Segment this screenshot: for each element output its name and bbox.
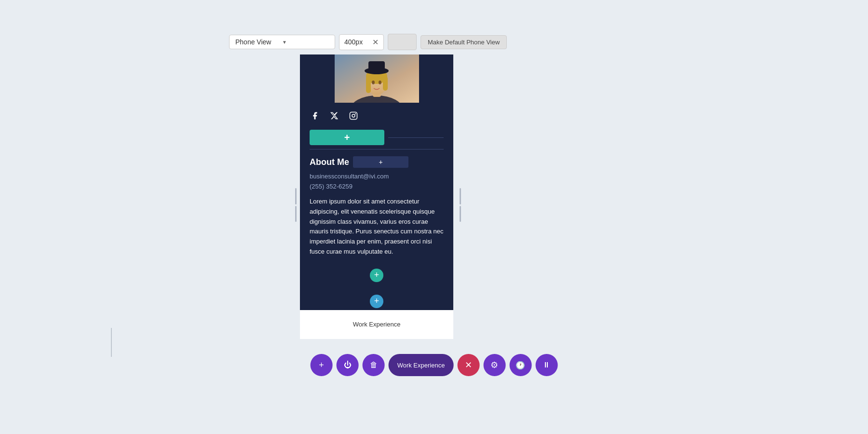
bottom-close-button[interactable]: ✕: [457, 354, 479, 376]
bottom-gear-button[interactable]: ⚙: [483, 354, 505, 376]
bottom-power-icon: ⏻: [344, 361, 352, 369]
bottom-trash-wrap: 🗑: [363, 354, 385, 376]
svg-point-13: [355, 113, 356, 114]
bottom-add-icon: +: [319, 360, 324, 370]
person-figure: [335, 54, 419, 103]
svg-rect-5: [366, 76, 371, 93]
svg-point-10: [379, 81, 381, 84]
add-green-button[interactable]: +: [310, 130, 384, 145]
bottom-add-wrap: +: [311, 354, 333, 376]
bottom-gear-icon: ⚙: [490, 360, 498, 370]
add-circle-container: +: [310, 262, 444, 289]
facebook-icon[interactable]: [310, 110, 320, 121]
view-select-label: Phone View: [235, 38, 282, 46]
bottom-toolbar: + ⏻ 🗑 Work Experience ✕ ⚙ 🕐 ⏸: [311, 354, 558, 376]
section-separator: +: [300, 293, 453, 310]
bottom-pause-button[interactable]: ⏸: [535, 354, 557, 376]
mobile-content: + About Me + businessconsultant@ivi.com …: [300, 54, 453, 339]
bottom-close-icon: ✕: [465, 360, 472, 370]
make-default-button[interactable]: Make Default Phone View: [420, 35, 507, 49]
about-title-row: About Me +: [310, 156, 444, 168]
about-section: About Me + businessconsultant@ivi.com (2…: [300, 149, 453, 293]
bottom-power-button[interactable]: ⏻: [337, 354, 359, 376]
view-select-dropdown[interactable]: Phone View ▼: [229, 35, 335, 49]
profile-image-container: [300, 54, 453, 103]
svg-point-9: [372, 81, 375, 84]
bottom-add-button[interactable]: +: [311, 354, 333, 376]
person-svg: [335, 54, 419, 103]
bio-text: Lorem ipsum dolor sit amet consectetur a…: [310, 197, 444, 257]
top-toolbar: Phone View ▼ ✕ Make Default Phone View: [229, 34, 507, 50]
width-input-wrap: ✕: [339, 34, 384, 50]
svg-rect-6: [383, 76, 388, 91]
clear-width-icon[interactable]: ✕: [372, 38, 379, 47]
add-circle-button[interactable]: +: [370, 269, 383, 282]
bottom-clock-button[interactable]: 🕐: [509, 354, 531, 376]
extra-input-field: [388, 34, 417, 50]
bottom-trash-button[interactable]: 🗑: [363, 354, 385, 376]
profile-image: [335, 54, 419, 103]
contact-email: businessconsultant@ivi.com: [310, 173, 444, 180]
bottom-close-wrap: ✕: [457, 354, 479, 376]
right-resize-handle[interactable]: [458, 188, 462, 222]
bottom-clock-wrap: 🕐: [509, 354, 531, 376]
add-section-row: +: [300, 126, 453, 149]
section-add-button[interactable]: +: [370, 295, 383, 308]
contact-phone: (255) 352-6259: [310, 183, 444, 190]
dropdown-arrow-icon: ▼: [282, 40, 329, 45]
bottom-gear-wrap: ⚙: [483, 354, 505, 376]
bottom-power-wrap: ⏻: [337, 354, 359, 376]
svg-rect-11: [350, 112, 357, 120]
work-experience-label: Work Experience: [353, 321, 401, 328]
svg-rect-8: [368, 61, 385, 72]
bottom-pause-icon: ⏸: [542, 361, 550, 369]
section-name-label: Work Experience: [397, 362, 445, 369]
bottom-pause-wrap: ⏸: [535, 354, 557, 376]
width-input[interactable]: [344, 38, 368, 46]
about-title: About Me: [310, 157, 349, 167]
section-label-container: Work Experience: [389, 354, 454, 376]
instagram-icon[interactable]: [348, 110, 359, 121]
left-vertical-bar: [111, 328, 112, 357]
bottom-trash-icon: 🗑: [370, 361, 378, 369]
phone-preview-frame: + About Me + businessconsultant@ivi.com …: [300, 54, 453, 339]
bottom-clock-icon: 🕐: [515, 361, 525, 370]
add-inline-icon: +: [379, 158, 382, 166]
work-experience-section: Work Experience: [300, 310, 453, 339]
twitter-x-icon[interactable]: [329, 110, 339, 121]
left-resize-handle[interactable]: [293, 188, 298, 222]
svg-point-12: [352, 114, 355, 117]
add-inline-button[interactable]: +: [353, 156, 408, 168]
social-icons-row: [300, 103, 453, 126]
add-green-icon: +: [344, 132, 350, 143]
